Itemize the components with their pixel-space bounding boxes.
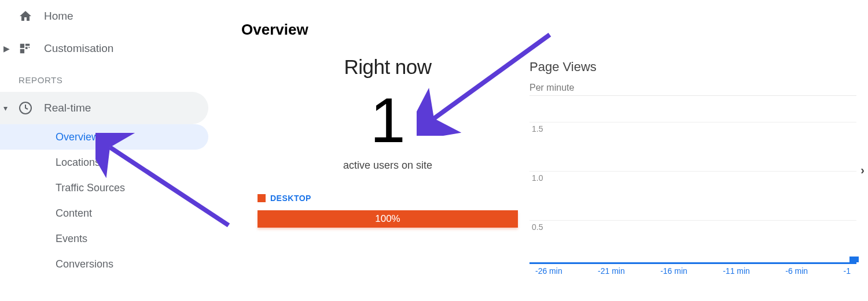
device-name: DESKTOP [270,194,311,203]
device-bar: 100% [258,210,518,228]
sidebar-label-customisation: Customisation [44,42,113,55]
x-tick: -21 min [598,266,625,276]
sidebar-item-home[interactable]: Home [0,0,208,32]
x-tick: -6 min [785,266,808,276]
metric-heading: Right now [252,55,524,79]
sidebar-subitem-locations[interactable]: Locations [0,150,208,175]
sidebar-subitem-conversions[interactable]: Conversions [0,251,208,277]
main-panel: Overview Right now 1 active users on sit… [229,5,862,296]
sidebar-subitem-events[interactable]: Events [0,226,208,251]
sidebar-subitem-content[interactable]: Content [0,200,208,226]
sidebar-subitem-overview[interactable]: Overview [0,124,208,150]
device-legend: DESKTOP [252,194,524,205]
sidebar-label-realtime: Real-time [44,102,91,114]
svg-rect-1 [25,44,30,46]
page-title: Overview [229,5,862,39]
sidebar-sublabel: Content [56,207,92,220]
chart-bar [849,257,859,262]
x-tick: -1 [844,266,851,276]
sidebar-sublabel: Events [56,233,87,245]
y-tick: 0.5 [532,222,543,232]
y-tick: 1.5 [532,124,543,133]
metric-value: 1 [252,82,524,158]
svg-rect-2 [25,47,28,49]
sidebar-item-realtime[interactable]: ▾ Real-time [0,92,208,124]
realtime-metric: Right now 1 active users on site DESKTOP… [252,55,524,228]
svg-rect-3 [28,47,30,48]
pageviews-chart: Page Views Per minute 1.5 1.0 0.5 -26 mi… [529,60,856,274]
sidebar-label-home: Home [44,10,73,23]
caret-right-icon: ▶ [3,44,10,53]
metric-sub: active users on site [252,159,524,172]
swatch-icon [258,194,266,202]
x-labels: -26 min -21 min -16 min -11 min -6 min -… [529,266,856,276]
chart-title: Page Views [529,60,856,75]
chart-subtitle: Per minute [529,83,856,93]
clock-icon [19,101,44,115]
svg-rect-4 [20,49,24,53]
sidebar-item-customisation[interactable]: ▶ Customisation [0,32,208,65]
sidebar-subitem-traffic-sources[interactable]: Traffic Sources [0,175,208,200]
x-axis [529,262,856,264]
home-icon [19,9,44,23]
device-chip-desktop[interactable]: DESKTOP [258,194,311,203]
x-tick: -16 min [660,266,687,276]
caret-down-icon: ▾ [3,103,8,113]
sidebar: Home ▶ Customisation REPORTS ▾ Real-time… [0,0,214,301]
y-tick: 1.0 [532,173,543,183]
x-tick: -11 min [723,266,750,276]
svg-rect-0 [20,44,24,48]
x-tick: -26 min [535,266,562,276]
chart-area: 1.5 1.0 0.5 -26 min -21 min -16 min -11 … [529,95,856,274]
sidebar-sublabel: Overview [56,131,99,143]
sidebar-sublabel: Locations [56,157,100,169]
reports-section-header: REPORTS [0,65,214,92]
sidebar-sublabel: Conversions [56,258,113,270]
sidebar-sublabel: Traffic Sources [56,182,125,194]
dashboard-icon [19,42,44,55]
device-bar-wrap: 100% [252,210,524,228]
chevron-right-icon[interactable]: › [860,163,865,177]
